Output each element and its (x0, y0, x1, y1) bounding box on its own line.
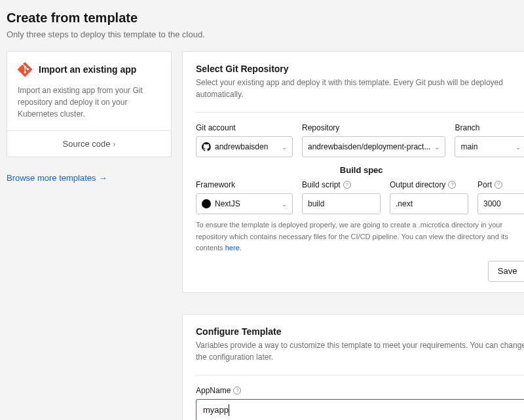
port-label: Port (477, 180, 492, 189)
info-icon[interactable]: ? (343, 181, 351, 189)
framework-value: NextJS (215, 199, 240, 208)
repository-value: andrewbaisden/deployment-pract... (308, 142, 430, 151)
here-link[interactable]: here (225, 244, 240, 252)
build-script-label: Build script (302, 180, 341, 189)
info-icon[interactable]: ? (495, 181, 502, 189)
configure-title: Configure Template (196, 326, 524, 337)
import-description: Import an existing app from your Git rep… (18, 85, 160, 120)
source-code-toggle[interactable]: Source code › (7, 130, 171, 157)
branch-select[interactable]: main ⌄ (455, 136, 524, 157)
repo-save-button[interactable]: Save (488, 261, 524, 282)
branch-value: main (460, 142, 477, 151)
select-repo-panel: Select Git Repository Select your existi… (182, 51, 524, 293)
info-icon[interactable]: ? (448, 181, 456, 189)
git-account-label: Git account (196, 123, 293, 132)
chevron-right-icon: › (113, 140, 116, 149)
framework-select[interactable]: NextJS ⌄ (196, 193, 293, 214)
appname-value: myapp (203, 405, 229, 415)
git-icon (18, 62, 32, 77)
repository-label: Repository (302, 123, 445, 132)
nextjs-icon (202, 199, 211, 208)
output-dir-value: .next (396, 199, 413, 208)
appname-input[interactable]: myapp (196, 399, 524, 420)
page-title: Create from template (7, 10, 517, 26)
build-script-value: build (308, 199, 324, 208)
info-icon[interactable]: ? (233, 387, 241, 394)
output-dir-label: Output directory (390, 180, 445, 189)
configure-subtitle: Variables provide a way to customize thi… (196, 339, 524, 363)
arrow-right-icon: → (99, 173, 107, 183)
port-value: 3000 (483, 199, 501, 208)
chevron-down-icon: ⌄ (434, 143, 440, 151)
port-input[interactable]: 3000 (477, 193, 524, 214)
import-title: Import an existing app (39, 64, 136, 75)
text-cursor (229, 404, 229, 416)
output-dir-input[interactable]: .next (390, 193, 468, 214)
select-repo-subtitle: Select your existing app and deploy it w… (196, 77, 524, 100)
browse-templates-link[interactable]: Browse more templates → (7, 173, 107, 183)
build-note: To ensure the template is deployed prope… (196, 220, 524, 254)
chevron-down-icon: ⌄ (282, 143, 287, 151)
select-repo-title: Select Git Repository (196, 64, 524, 74)
appname-label: AppName (196, 386, 231, 395)
page-subtitle: Only three steps to deploy this template… (7, 29, 517, 39)
github-icon (202, 142, 211, 151)
configure-template-panel: Configure Template Variables provide a w… (182, 314, 524, 420)
divider (196, 375, 524, 375)
branch-label: Branch (455, 123, 524, 132)
import-app-card: Import an existing app Import an existin… (7, 51, 172, 157)
divider (196, 112, 524, 113)
framework-label: Framework (196, 180, 293, 189)
chevron-down-icon: ⌄ (282, 200, 287, 208)
repository-select[interactable]: andrewbaisden/deployment-pract... ⌄ (302, 136, 445, 157)
git-account-select[interactable]: andrewbaisden ⌄ (196, 136, 293, 157)
source-code-label: Source code (63, 139, 111, 149)
build-script-input[interactable]: build (302, 193, 381, 214)
build-spec-heading: Build spec (196, 165, 524, 175)
browse-templates-label: Browse more templates (7, 173, 96, 183)
chevron-down-icon: ⌄ (515, 143, 521, 151)
git-account-value: andrewbaisden (215, 142, 268, 151)
